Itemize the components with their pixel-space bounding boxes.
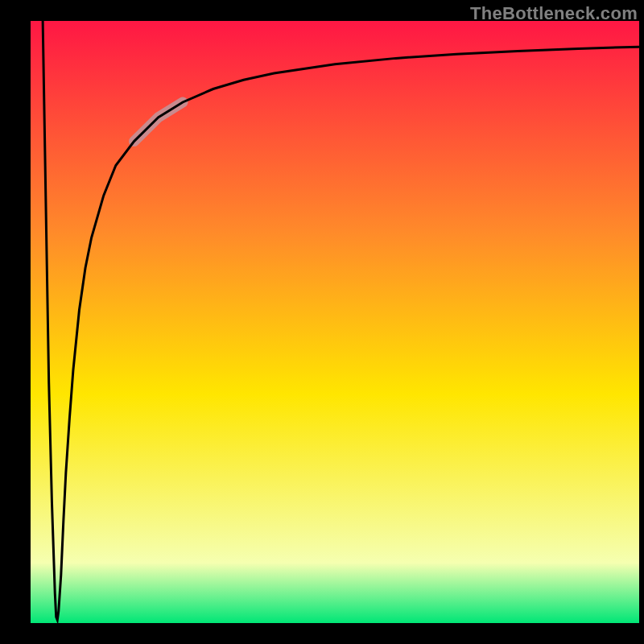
gradient-background: [31, 21, 639, 623]
plot-area: [31, 21, 639, 623]
plot-svg: [31, 21, 639, 623]
watermark-text: TheBottleneck.com: [470, 3, 638, 24]
chart-frame: TheBottleneck.com: [0, 0, 644, 644]
